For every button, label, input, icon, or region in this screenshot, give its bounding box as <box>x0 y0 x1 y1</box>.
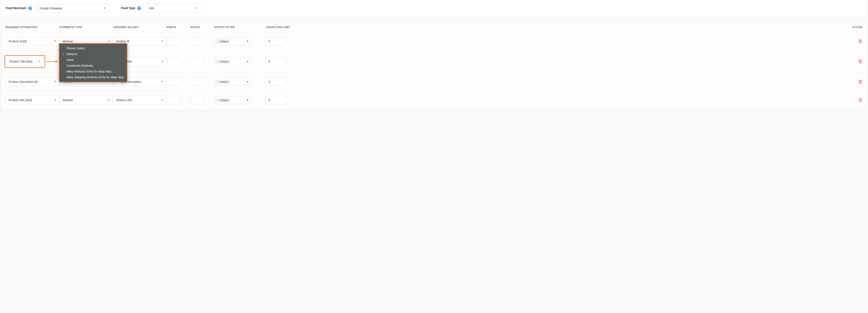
suffix-input[interactable] <box>190 77 205 86</box>
filter-tag: ×Default <box>216 60 230 64</box>
prefix-input[interactable] <box>166 57 181 66</box>
assigned-value-text: Product Id <box>116 40 129 43</box>
remove-tag-icon[interactable]: × <box>216 99 220 101</box>
feed-merchant-group: Feed Merchant ? Google Shopping <box>6 4 109 13</box>
th-action: ACTION <box>306 26 862 29</box>
triangle-down-icon: ▼ <box>246 40 249 43</box>
output-filter-select[interactable]: ×Default ▼ <box>214 96 251 104</box>
delete-row-button[interactable] <box>858 98 862 102</box>
output-filter-select[interactable]: ×Default ▼ <box>214 78 251 86</box>
character-limit-value: 0 <box>269 98 270 102</box>
dropdown-item-label: Please Select <box>66 46 85 50</box>
suffix-input[interactable] <box>190 96 205 104</box>
highlight-frame: Product Title [title] <box>4 55 45 68</box>
required-attribute-value: Product URL [link] <box>9 98 32 102</box>
delete-row-button[interactable] <box>858 59 862 63</box>
character-limit-value: 0 <box>269 80 270 84</box>
th-character-limit: CHARACTER LIMIT <box>266 26 306 29</box>
th-attribute-type: ATTRIBUTE TYPE* <box>59 26 113 29</box>
feed-type-select[interactable]: XML <box>146 4 200 13</box>
chevron-down-icon <box>54 98 57 102</box>
dropdown-item-label: eBay Shipping Attribute (Only for ebay M… <box>66 75 124 79</box>
dropdown-item-label: Static <box>66 58 74 62</box>
triangle-down-icon: ▼ <box>246 60 249 63</box>
required-attribute-select[interactable]: Product Description [des <box>6 77 59 86</box>
attribute-type-value: Attribute <box>62 40 73 43</box>
filter-tag: ×Default <box>216 39 230 43</box>
dropdown-item[interactable]: Please Select <box>59 45 127 51</box>
required-attribute-select[interactable]: Product Id [id] <box>6 37 59 46</box>
th-output-filter: OUTPUT FILTER <box>214 26 266 29</box>
dropdown-item[interactable]: eBay Attribute (Only for ebay Mip) <box>59 68 127 74</box>
triangle-down-icon: ▼ <box>246 98 249 102</box>
chevron-down-icon <box>103 7 106 10</box>
table-row: Product URL [link] Attribute Product URL <box>2 91 866 109</box>
dropdown-item-label: Combined Attributes <box>66 64 94 67</box>
dropdown-item-label: eBay Attribute (Only for ebay Mip) <box>66 70 112 73</box>
dropdown-item[interactable]: Static <box>59 57 127 63</box>
th-suffix: SUFFIX <box>190 26 214 29</box>
triangle-down-icon: ▼ <box>246 80 249 84</box>
chevron-down-icon <box>107 98 110 102</box>
filter-tag-label: Default <box>220 40 228 43</box>
character-limit-input[interactable]: 0 <box>266 77 286 86</box>
remove-tag-icon[interactable]: × <box>216 60 220 63</box>
remove-tag-icon[interactable]: × <box>216 80 220 83</box>
attributes-table: REQUIRED ATTRIBUTES* ATTRIBUTE TYPE* ASS… <box>2 22 866 109</box>
prefix-input[interactable] <box>166 77 181 86</box>
output-filter-select[interactable]: ×Default ▼ <box>214 37 251 45</box>
suffix-input[interactable] <box>190 57 205 66</box>
required-attribute-select[interactable]: Product Title [title] <box>6 57 43 66</box>
chevron-down-icon <box>195 7 197 10</box>
prefix-input[interactable] <box>166 96 181 104</box>
table-header: REQUIRED ATTRIBUTES* ATTRIBUTE TYPE* ASS… <box>2 23 866 32</box>
prefix-input[interactable] <box>166 37 181 45</box>
chevron-down-icon <box>54 80 57 84</box>
attribute-type-select[interactable]: Attribute <box>59 96 113 105</box>
chevron-down-icon <box>107 40 110 43</box>
th-required-attributes: REQUIRED ATTRIBUTES* <box>6 26 59 29</box>
assigned-value-select[interactable]: Product URL <box>113 96 166 105</box>
dropdown-item-label: Attribute <box>66 53 78 56</box>
attribute-type-dropdown: Please Select Attribute Static Combined … <box>59 43 127 83</box>
delete-row-button[interactable] <box>858 39 862 43</box>
character-limit-input[interactable]: 0 <box>266 57 286 66</box>
help-icon[interactable]: ? <box>28 6 32 10</box>
suffix-input[interactable] <box>190 37 205 45</box>
required-attribute-value: Product Description [des <box>9 80 38 84</box>
th-prefix: PREFIX <box>166 26 190 29</box>
feed-type-label-text: Feed Type <box>121 6 135 10</box>
character-limit-input[interactable]: 0 <box>266 96 286 104</box>
filter-tag-label: Default <box>220 60 228 63</box>
dropdown-item[interactable]: Combined Attributes <box>59 63 127 68</box>
delete-row-button[interactable] <box>858 80 862 84</box>
character-limit-value: 0 <box>269 60 270 63</box>
table-row: Product Id [id] Attribute Product Id <box>2 32 866 51</box>
character-limit-input[interactable]: 0 <box>266 37 286 45</box>
dropdown-item[interactable]: eBay Shipping Attribute (Only for ebay M… <box>59 74 127 80</box>
feed-merchant-label-text: Feed Merchant <box>6 6 26 10</box>
feed-merchant-label: Feed Merchant ? <box>6 6 32 10</box>
chevron-down-icon <box>38 60 41 63</box>
feed-merchant-value: Google Shopping <box>40 7 62 10</box>
chevron-down-icon <box>54 40 57 43</box>
dropdown-item[interactable]: Attribute <box>59 51 127 57</box>
character-limit-value: 0 <box>269 40 270 43</box>
feed-type-value: XML <box>149 7 155 10</box>
feed-type-group: Feed Type ? XML <box>121 4 200 13</box>
required-attribute-value: Product Id [id] <box>9 40 26 43</box>
feed-merchant-select[interactable]: Google Shopping <box>36 4 109 13</box>
chevron-down-icon <box>161 60 164 63</box>
output-filter-select[interactable]: ×Default ▼ <box>214 58 251 65</box>
assigned-value-text: Product URL <box>116 98 132 102</box>
table-row: Product Description [des Attribute Produ… <box>2 73 866 91</box>
remove-tag-icon[interactable]: × <box>216 40 220 43</box>
help-icon[interactable]: ? <box>137 6 141 10</box>
required-attribute-value: Product Title [title] <box>9 60 32 63</box>
feed-config-panel: Feed Merchant ? Google Shopping Feed Typ… <box>2 0 866 17</box>
required-attribute-select[interactable]: Product URL [link] <box>6 96 59 105</box>
feed-type-label: Feed Type ? <box>121 6 141 10</box>
filter-tag-label: Default <box>220 99 228 102</box>
filter-tag-label: Default <box>220 80 228 84</box>
table-row: Product Title [title] Please Select Attr… <box>2 51 866 73</box>
